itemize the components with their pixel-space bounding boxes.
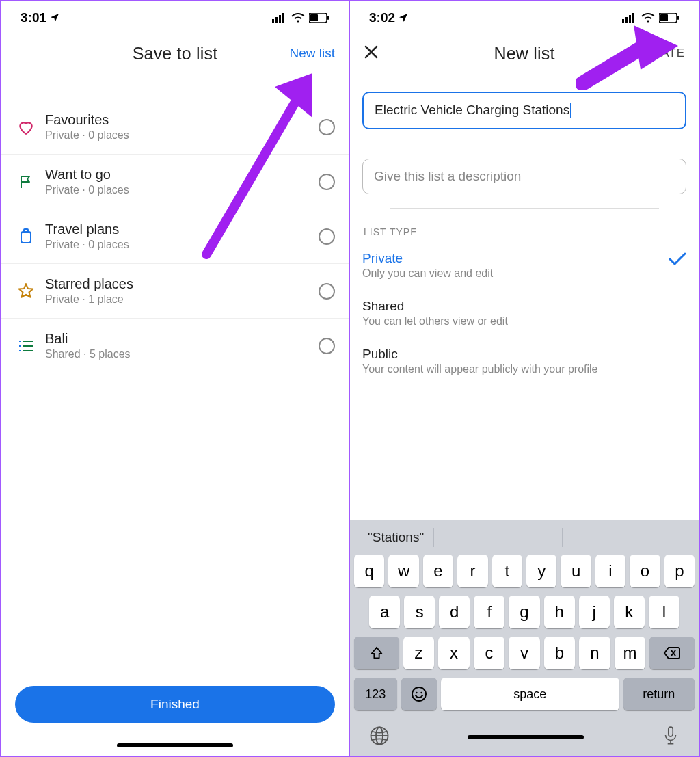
battery-icon: [309, 13, 329, 23]
key-k[interactable]: k: [614, 596, 645, 628]
key-h[interactable]: h: [544, 596, 575, 628]
svg-rect-3: [282, 13, 284, 23]
emoji-key[interactable]: [401, 678, 437, 710]
list-type-label: LIST TYPE: [364, 226, 686, 237]
backspace-key[interactable]: [649, 637, 695, 669]
key-s[interactable]: s: [404, 596, 435, 628]
home-indicator[interactable]: [468, 735, 584, 739]
svg-rect-16: [629, 15, 631, 23]
svg-rect-1: [275, 17, 278, 23]
key-t[interactable]: t: [492, 555, 522, 587]
list-description-input[interactable]: Give this list a description: [362, 159, 686, 194]
key-x[interactable]: x: [438, 637, 469, 669]
radio-button[interactable]: [319, 338, 335, 354]
svg-rect-7: [21, 232, 31, 243]
key-z[interactable]: z: [403, 637, 434, 669]
shift-icon: [369, 646, 384, 661]
cellular-icon: [622, 13, 637, 23]
svg-rect-15: [625, 17, 628, 23]
radio-button[interactable]: [319, 119, 335, 135]
finished-button[interactable]: Finished: [15, 686, 335, 723]
list-item-want-to-go[interactable]: Want to go Private · 0 places: [1, 155, 349, 209]
key-w[interactable]: w: [388, 555, 418, 587]
svg-point-23: [420, 692, 422, 693]
list-item-bali[interactable]: Bali Shared · 5 places: [1, 319, 349, 373]
space-key[interactable]: space: [441, 678, 619, 710]
key-u[interactable]: u: [561, 555, 591, 587]
dictation-key[interactable]: [662, 726, 679, 749]
key-l[interactable]: l: [649, 596, 679, 628]
return-key[interactable]: return: [623, 678, 695, 710]
key-r[interactable]: r: [457, 555, 487, 587]
key-v[interactable]: v: [509, 637, 539, 669]
radio-button[interactable]: [319, 283, 335, 300]
status-bar: 3:02: [350, 1, 699, 34]
type-subtitle: Your content will appear publicly with y…: [362, 363, 686, 375]
list-type-private[interactable]: Private Only you can view and edit: [362, 244, 686, 292]
key-m[interactable]: m: [615, 637, 645, 669]
check-icon: [669, 251, 686, 270]
list-name-input[interactable]: Electric Vehicle Charging Stations: [362, 92, 686, 129]
list-icon: [16, 336, 36, 356]
divider: [390, 208, 659, 209]
svg-rect-5: [310, 14, 318, 21]
svg-point-22: [416, 692, 417, 693]
key-c[interactable]: c: [474, 637, 504, 669]
key-e[interactable]: e: [423, 555, 453, 587]
page-title: Save to list: [1, 44, 349, 64]
suggestion-item[interactable]: "Stations": [358, 530, 433, 545]
battery-icon: [659, 13, 679, 23]
type-title: Private: [362, 251, 669, 266]
key-p[interactable]: p: [664, 555, 695, 587]
key-a[interactable]: a: [369, 596, 400, 628]
software-keyboard: "Stations" qwertyuiop asdfghjkl zxcvbnm …: [350, 520, 699, 756]
numbers-key[interactable]: 123: [354, 678, 397, 710]
status-time: 3:01: [21, 10, 46, 25]
star-icon: [16, 282, 36, 301]
screen-new-list: 3:02 New list CREATE Electric Vehicle Ch…: [350, 1, 699, 756]
location-arrow-icon: [398, 12, 409, 23]
text-cursor: [570, 103, 571, 118]
list-subtitle: Private · 0 places: [45, 184, 309, 196]
keyboard-suggestions: "Stations": [350, 520, 699, 555]
key-n[interactable]: n: [579, 637, 610, 669]
list-item-travel-plans[interactable]: Travel plans Private · 0 places: [1, 209, 349, 264]
key-y[interactable]: y: [526, 555, 556, 587]
key-j[interactable]: j: [579, 596, 610, 628]
key-o[interactable]: o: [630, 555, 660, 587]
list-type-public[interactable]: Public Your content will appear publicly…: [362, 340, 686, 378]
globe-icon: [369, 726, 390, 746]
heart-icon: [16, 118, 36, 137]
globe-key[interactable]: [369, 726, 390, 749]
key-q[interactable]: q: [354, 555, 384, 587]
svg-rect-6: [327, 16, 329, 20]
key-b[interactable]: b: [544, 637, 575, 669]
status-bar: 3:01: [1, 1, 349, 34]
key-g[interactable]: g: [509, 596, 539, 628]
list-subtitle: Shared · 5 places: [45, 348, 309, 360]
list-item-starred[interactable]: Starred places Private · 1 place: [1, 264, 349, 319]
wifi-icon: [291, 13, 305, 23]
svg-rect-17: [632, 13, 634, 23]
microphone-icon: [662, 726, 679, 746]
cellular-icon: [272, 13, 287, 23]
radio-button[interactable]: [319, 174, 335, 190]
key-d[interactable]: d: [439, 596, 470, 628]
svg-point-21: [412, 687, 426, 701]
key-i[interactable]: i: [595, 555, 625, 587]
home-indicator[interactable]: [117, 743, 233, 747]
shift-key[interactable]: [354, 637, 399, 669]
svg-rect-19: [660, 14, 668, 21]
location-arrow-icon: [49, 12, 60, 23]
list-type-shared[interactable]: Shared You can let others view or edit: [362, 292, 686, 340]
status-time: 3:02: [369, 10, 395, 25]
list-title: Want to go: [45, 167, 309, 183]
type-title: Shared: [362, 299, 686, 314]
radio-button[interactable]: [319, 228, 335, 245]
key-f[interactable]: f: [474, 596, 504, 628]
status-icons: [622, 13, 679, 23]
list-item-favourites[interactable]: Favourites Private · 0 places: [1, 100, 349, 155]
screen-save-to-list: 3:01 Save to list New list Favourites Pr…: [1, 1, 350, 756]
list-subtitle: Private · 0 places: [45, 239, 309, 251]
emoji-icon: [411, 686, 427, 702]
